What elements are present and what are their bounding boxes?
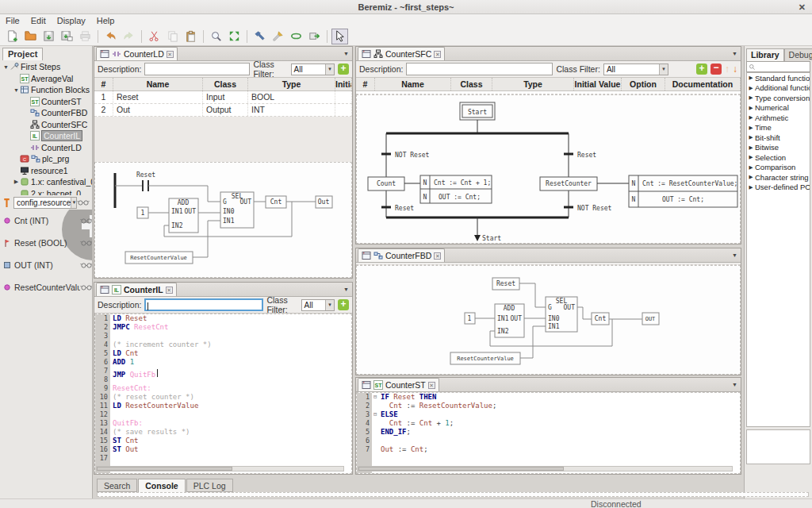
tab-search[interactable]: Search	[97, 479, 137, 492]
debug-glasses-icon[interactable]	[80, 261, 93, 269]
chevron-down-icon[interactable]: ▼	[659, 64, 668, 75]
library-item-type-conversion[interactable]: ▶Type conversion	[747, 93, 810, 103]
close-icon[interactable]: ✕	[434, 51, 441, 58]
table-row[interactable]: 2OutOutputINT	[94, 104, 352, 117]
table-row[interactable]: 1ResetInputBOOL	[94, 91, 352, 104]
tree-item-counterld[interactable]: CounterLD	[0, 142, 93, 154]
code-line[interactable]: 4 Cnt := Cnt + 1;	[357, 419, 740, 428]
build-button[interactable]	[251, 29, 268, 44]
menu-help[interactable]: Help	[91, 16, 121, 25]
code-line[interactable]: 1⊟IF Reset THEN	[357, 393, 740, 402]
open-button[interactable]	[22, 29, 39, 44]
table-cell[interactable]: 1	[94, 91, 113, 103]
library-item-comparison[interactable]: ▶Comparison	[747, 163, 810, 173]
library-item-additional-functions[interactable]: ▶Additional functions	[747, 83, 810, 94]
clean-button[interactable]	[270, 29, 286, 44]
code-line[interactable]: 7Out := Cnt;	[357, 445, 740, 454]
table-cell[interactable]: Input	[203, 91, 248, 103]
library-item-user-defined-pous[interactable]: ▶User-defined POUs	[747, 183, 810, 193]
expander-icon[interactable]: ▶	[747, 164, 755, 171]
debug-glasses-icon[interactable]	[80, 283, 93, 291]
console-output[interactable]	[97, 492, 809, 497]
code-line[interactable]: 2JMPC ResetCnt	[95, 323, 351, 332]
tab-library[interactable]: Library	[746, 48, 784, 61]
class-filter-combobox[interactable]: All ▼	[301, 299, 335, 311]
project-tab[interactable]: Project	[2, 48, 43, 60]
tab-list-icon[interactable]: ▼	[343, 51, 349, 56]
description-input-focused[interactable]	[144, 298, 263, 311]
print-button[interactable]	[77, 29, 94, 44]
remove-variable-button[interactable]: −	[710, 64, 722, 75]
table-cell[interactable]	[335, 104, 352, 116]
tab-counteril[interactable]: IL CounterIL ✕	[96, 283, 177, 296]
paste-button[interactable]	[182, 29, 199, 44]
expander-icon[interactable]: ▼	[13, 87, 20, 93]
code-line[interactable]: 8	[95, 375, 351, 384]
code-line[interactable]: 5END_IF;	[357, 428, 740, 437]
debug-glasses-icon[interactable]	[80, 217, 93, 225]
library-item-arithmetic[interactable]: ▶Arithmetic	[747, 113, 810, 123]
tree-item-first-steps[interactable]: ▼First Steps	[0, 61, 93, 73]
debug-glasses-icon[interactable]	[77, 198, 90, 206]
debug-variable-row[interactable]: ResetCounterValue (INT)	[0, 276, 93, 298]
code-line[interactable]: 6	[357, 437, 740, 445]
fit-page-button[interactable]	[226, 29, 243, 44]
expander-icon[interactable]: ▶	[747, 105, 755, 111]
close-icon[interactable]: ✕	[166, 287, 173, 294]
search-button[interactable]	[208, 29, 224, 44]
expander-icon[interactable]: ▶	[747, 134, 755, 140]
move-down-button[interactable]: ↓	[733, 64, 737, 75]
copy-button[interactable]	[164, 29, 181, 44]
table-cell[interactable]: BOOL	[248, 91, 335, 103]
fold-marker-icon[interactable]: ⊟	[372, 393, 378, 402]
expander-icon[interactable]: ▶	[13, 179, 20, 185]
horizontal-scrollbar[interactable]	[358, 466, 733, 471]
redo-button[interactable]	[121, 29, 137, 44]
code-line[interactable]: 15ST Cnt	[95, 437, 351, 445]
code-line[interactable]: 10(* reset counter *)	[95, 393, 351, 402]
resource-combobox[interactable]: config.resource ▼	[13, 197, 77, 209]
add-variable-button[interactable]: +	[338, 299, 349, 310]
debug-variable-row[interactable]: OUT (INT)	[0, 254, 93, 276]
menu-edit[interactable]: Edit	[25, 16, 52, 25]
library-item-bitwise[interactable]: ▶Bitwise	[747, 143, 810, 153]
transfer-button[interactable]	[306, 29, 323, 44]
tab-list-icon[interactable]: ▼	[732, 51, 737, 56]
menu-display[interactable]: Display	[52, 16, 91, 25]
st-code-editor[interactable]: 1⊟IF Reset THEN2 Cnt := ResetCounterValu…	[356, 392, 741, 474]
table-cell[interactable]: Out	[113, 104, 203, 116]
code-line[interactable]: 16ST Out	[95, 445, 351, 454]
description-input[interactable]	[144, 63, 250, 75]
expander-icon[interactable]: ▶	[747, 184, 755, 190]
tree-item-averageval[interactable]: STAverageVal	[0, 73, 93, 85]
code-line[interactable]: 17	[95, 454, 351, 463]
library-item-standard-functions[interactable]: ▶Standard functions	[747, 73, 810, 83]
close-icon[interactable]: ✕	[167, 51, 174, 58]
tab-counterld[interactable]: CounterLD ✕	[96, 47, 178, 60]
table-cell[interactable]: 2	[94, 104, 113, 116]
expander-icon[interactable]: ▶	[747, 125, 755, 131]
code-line[interactable]: 13QuitFb:	[95, 419, 351, 428]
code-line[interactable]: 9ResetCnt:	[95, 384, 351, 393]
select-cursor-button[interactable]	[331, 29, 348, 44]
tab-debugger[interactable]: Debugger	[784, 48, 812, 61]
debug-glasses-icon[interactable]	[80, 239, 93, 247]
library-item-selection[interactable]: ▶Selection	[747, 152, 810, 163]
move-up-button[interactable]: ↑	[725, 64, 730, 75]
description-input[interactable]	[406, 63, 553, 75]
library-search-box[interactable]	[746, 61, 810, 72]
table-cell[interactable]: INT	[248, 104, 335, 116]
expander-icon[interactable]: ▶	[747, 154, 755, 160]
new-file-button[interactable]	[4, 29, 21, 44]
close-window-icon[interactable]: ✕	[799, 0, 806, 14]
scrollbar-thumb[interactable]	[97, 467, 232, 471]
chevron-down-icon[interactable]: ▼	[71, 198, 76, 208]
scrollbar-thumb[interactable]	[358, 467, 564, 471]
tab-counterfbd[interactable]: CounterFBD ✕	[358, 248, 445, 262]
tab-console[interactable]: Console	[138, 479, 185, 492]
library-item-bit-shift[interactable]: ▶Bit-shift	[747, 133, 810, 143]
horizontal-scrollbar[interactable]	[96, 466, 344, 471]
library-item-character-string[interactable]: ▶Character string	[747, 172, 810, 183]
il-code-editor[interactable]: 1LD Reset2JMPC ResetCnt34(* increment co…	[94, 314, 352, 474]
tree-item-counterst[interactable]: STCounterST	[0, 96, 93, 108]
